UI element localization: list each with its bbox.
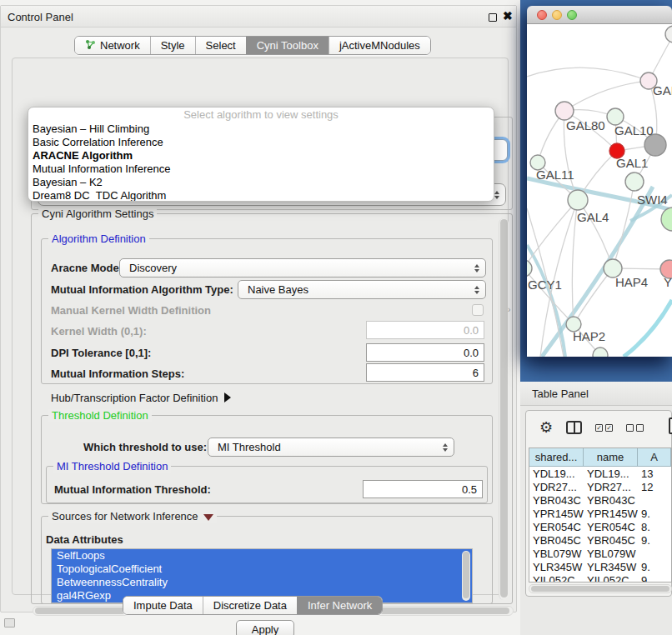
control-panel-titlebar: Control Panel ✖ <box>1 6 516 28</box>
columns-icon[interactable] <box>566 421 582 434</box>
table-cell: 9. <box>638 573 671 582</box>
cyni-bottom-tabs: Impute DataDiscretize DataInfer Network <box>123 596 383 615</box>
deselect-all-icon[interactable] <box>626 424 644 432</box>
column-header-a[interactable]: A <box>638 448 671 467</box>
document-icon[interactable] <box>669 418 672 434</box>
dropdown-item-bayesian-hill-climbing[interactable]: Bayesian – Hill Climbing <box>28 122 494 136</box>
table-row[interactable]: YBL079WYBL079W <box>529 547 671 560</box>
network-node[interactable] <box>665 26 672 42</box>
dropdown-item-mutual-information-inference[interactable]: Mutual Information Inference <box>28 162 494 176</box>
node-label-gal10: GAL10 <box>614 123 654 138</box>
hub-definition-toggle[interactable]: Hub/Transcription Factor Definition <box>51 392 231 404</box>
tab-cyni-toolbox[interactable]: Cyni Toolbox <box>246 37 328 54</box>
network-edge <box>527 68 649 81</box>
table-cell: 13 <box>638 467 671 480</box>
attribute-item-topologicalcoefficient[interactable]: TopologicalCoefficient <box>52 562 472 576</box>
aracne-mode-label: Aracne Mode: <box>51 262 123 274</box>
table-cell: 9. <box>638 560 671 573</box>
close-icon[interactable]: ✖ <box>503 9 513 22</box>
table-row[interactable]: YDR27...YDR27...12 <box>529 480 671 493</box>
network-canvas[interactable]: GALGAL80GAL10GAL1GAL11GAL4SWI4GCY1HAP4YH… <box>527 24 672 357</box>
window-minimize-icon[interactable] <box>552 10 562 20</box>
tab-jactivemnodules[interactable]: jActiveMNodules <box>328 37 430 54</box>
table-row[interactable]: YLR345WYLR345W9. <box>529 560 671 573</box>
table-cell: YER054C <box>529 520 584 533</box>
node-label-hap4: HAP4 <box>615 275 648 289</box>
table-horizontal-scrollbar[interactable] <box>529 584 672 593</box>
combo-stepper-icon <box>474 286 479 294</box>
panel-divider-handle[interactable]: › <box>508 305 510 314</box>
window-zoom-icon[interactable] <box>567 10 577 20</box>
tab-impute-data-label: Impute Data <box>133 599 193 612</box>
which-threshold-label: Which threshold to use: <box>83 441 207 453</box>
column-header-name[interactable]: name <box>584 448 638 467</box>
mi-steps-field[interactable]: 6 <box>366 363 484 382</box>
which-threshold-combo[interactable]: MI Threshold <box>208 438 454 457</box>
attribute-item-betweennesscentrality[interactable]: BetweennessCentrality <box>52 576 472 589</box>
tab-infer-network[interactable]: Infer Network <box>297 597 382 614</box>
node-table[interactable]: shared...nameA YDL19...YDL19...13YDR27..… <box>529 448 672 582</box>
column-header-shared[interactable]: shared... <box>529 448 584 467</box>
network-node[interactable] <box>593 348 608 357</box>
dropdown-items: Bayesian – Hill ClimbingBasic Correlatio… <box>28 122 494 202</box>
gear-icon[interactable]: ⚙ <box>539 420 553 435</box>
algorithm-definition-title: Algorithm Definition <box>48 232 149 245</box>
combo-stepper-icon <box>474 264 479 272</box>
table-cell: 9. <box>638 507 671 520</box>
network-window-titlebar[interactable] <box>527 6 672 24</box>
combo-stepper-icon <box>494 191 499 199</box>
dropdown-item-basic-correlation-inference[interactable]: Basic Correlation Inference <box>28 136 494 149</box>
table-row[interactable]: YBR045CYBR045C9. <box>529 533 671 547</box>
sources-group-title[interactable]: Sources for Network Inference <box>48 510 217 522</box>
node-label-gcy1: GCY1 <box>528 278 562 292</box>
float-panel-icon[interactable] <box>489 13 497 22</box>
table-cell: YBL079W <box>529 547 584 560</box>
tab-style[interactable]: Style <box>150 37 195 54</box>
table-cell: YPR145W <box>529 507 584 520</box>
tab-discretize-data-label: Discretize Data <box>213 599 287 612</box>
attribute-item-selfloops[interactable]: SelfLoops <box>52 549 472 562</box>
dropdown-item-dream8-dc-tdc-algorithm[interactable]: Dream8 DC_TDC Algorithm <box>28 189 494 202</box>
network-node-gcy1[interactable] <box>527 260 532 277</box>
window-close-icon[interactable] <box>537 10 547 20</box>
table-cell: YBR043C <box>584 493 638 507</box>
collapsed-panel-icon[interactable] <box>4 618 15 628</box>
network-node-swi4[interactable] <box>661 208 672 231</box>
aracne-mode-combo[interactable]: Discovery <box>119 258 486 278</box>
control-panel-tabs: NetworkStyleSelectCyni ToolboxjActiveMNo… <box>74 36 431 55</box>
mi-threshold-field[interactable]: 0.5 <box>363 480 483 498</box>
table-row[interactable]: YPR145WYPR145W9. <box>529 507 671 520</box>
network-node-gal80[interactable] <box>555 102 574 120</box>
settings-vertical-scrollbar[interactable] <box>499 218 509 600</box>
table-row[interactable]: YER054CYER054C8. <box>529 520 671 533</box>
tab-cyni-toolbox-label: Cyni Toolbox <box>257 39 318 52</box>
table-row[interactable]: YBR043CYBR043C <box>529 493 671 507</box>
table-cell: YDL19... <box>584 467 638 480</box>
table-cell: YBR045C <box>529 533 584 547</box>
network-node-gal4[interactable] <box>568 190 588 210</box>
dropdown-item-bayesian-k2[interactable]: Bayesian – K2 <box>28 176 494 189</box>
dropdown-item-aracne-algorithm[interactable]: ARACNE Algorithm <box>28 149 494 162</box>
mi-type-combo[interactable]: Naive Bayes <box>238 280 486 299</box>
table-cell: YDL19... <box>529 467 584 480</box>
tab-network[interactable]: Network <box>75 37 150 54</box>
tab-impute-data[interactable]: Impute Data <box>123 597 203 614</box>
network-node[interactable] <box>625 172 644 191</box>
table-row[interactable]: YIL052CYIL052C9. <box>529 573 671 582</box>
app-root: Control Panel ✖ NetworkStyleSelectCyni T… <box>0 0 672 635</box>
list-scrollbar[interactable] <box>462 551 470 601</box>
table-cell: YPR145W <box>584 507 638 520</box>
network-view-window[interactable]: GALGAL80GAL10GAL1GAL11GAL4SWI4GCY1HAP4YH… <box>527 6 672 357</box>
apply-button[interactable]: Apply <box>236 620 294 635</box>
table-row[interactable]: YDL19...YDL19...13 <box>529 467 671 480</box>
table-frame: ⚙ ✓✓ shared...nameA YDL19...YDL19...13YD… <box>525 410 672 597</box>
manual-kernel-checkbox[interactable] <box>472 304 484 316</box>
tab-select[interactable]: Select <box>195 37 246 54</box>
table-cell: 12 <box>638 480 671 493</box>
tab-discretize-data[interactable]: Discretize Data <box>203 597 297 614</box>
kernel-width-field[interactable]: 0.0 <box>366 321 484 339</box>
select-all-icon[interactable]: ✓✓ <box>595 424 613 432</box>
kernel-width-value: 0.0 <box>464 324 479 337</box>
network-node-gal10[interactable] <box>607 108 624 125</box>
dpi-tolerance-field[interactable]: 0.0 <box>366 343 484 362</box>
